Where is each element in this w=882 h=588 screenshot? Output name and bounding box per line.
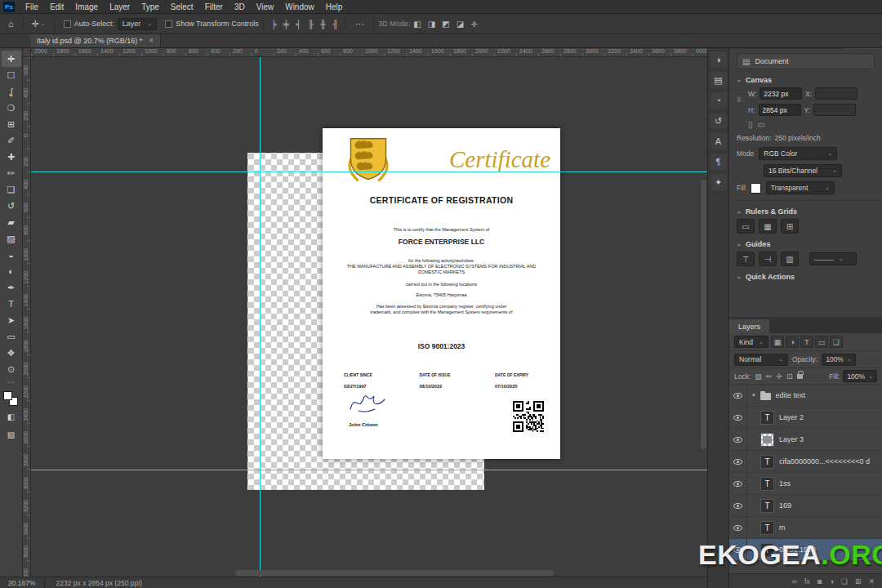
bit-depth-select[interactable]: 16 Bits/Channel ⌄	[764, 164, 842, 177]
delete-layer-icon[interactable]: ✕	[868, 577, 875, 586]
lock-option-icon-0[interactable]: ▨	[754, 372, 763, 381]
document-canvas[interactable]: Certificate CERTIFICATE OF REGISTRATION …	[31, 57, 707, 577]
align-distribute-icon-5[interactable]: ╢	[329, 20, 341, 29]
lock-icon[interactable]	[797, 374, 803, 379]
certificate-document[interactable]: Certificate CERTIFICATE OF REGISTRATION …	[323, 128, 560, 459]
dodge-tool[interactable]: ◐	[2, 263, 21, 279]
document-tab[interactable]: Italy id.psd @ 20.7% (RGB/16) * ×	[30, 33, 161, 47]
layer-mask-icon[interactable]: ◙	[817, 577, 822, 586]
horizontal-scrollbar[interactable]	[235, 570, 554, 576]
eraser-tool[interactable]: ▰	[2, 214, 21, 230]
align-distribute-icon-0[interactable]: ╞	[268, 20, 280, 29]
zoom-tool[interactable]: ⊙	[2, 361, 21, 377]
layer-fill-select[interactable]: 100% ⌄	[843, 370, 877, 382]
zoom-level-field[interactable]: 20.167%	[0, 577, 45, 588]
ruler-origin-corner[interactable]	[23, 48, 31, 57]
menu-item-help[interactable]: Help	[320, 0, 349, 14]
rulers-grid-icon-1[interactable]: ▦	[759, 219, 777, 234]
menu-item-edit[interactable]: Edit	[44, 0, 69, 14]
layer-filter-icon-3[interactable]: ▭	[815, 336, 828, 348]
menu-item-window[interactable]: Window	[279, 0, 320, 14]
visibility-toggle[interactable]	[729, 473, 747, 494]
layer-row-4[interactable]: T1ss	[729, 473, 882, 495]
guides-section-header[interactable]: ⌄ Guides	[737, 240, 875, 248]
rulers-grid-icon-0[interactable]: ▭	[737, 219, 755, 234]
tab-layers[interactable]: Layers	[729, 319, 769, 333]
layer-row-5[interactable]: T169	[729, 495, 882, 517]
vertical-ruler[interactable]: 6004002000200400600800100012001400160018…	[23, 57, 31, 577]
rectangular-marquee-tool[interactable]: ☐	[2, 67, 21, 83]
move-tool[interactable]: ✛	[2, 51, 21, 67]
horizontal-ruler[interactable]: 2000180016001400120010008006004002000200…	[31, 48, 707, 57]
home-icon[interactable]: ⌂	[3, 19, 19, 29]
layer-row-3[interactable]: Tcifa0000000...<<<<<<<<0 d	[729, 451, 882, 473]
threed-mode-icon-1[interactable]: ◨	[425, 20, 439, 29]
height-field[interactable]: 2854 px	[759, 104, 801, 116]
crop-tool[interactable]: ⊞	[2, 116, 21, 132]
lock-option-icon-1[interactable]: ✏	[765, 372, 773, 381]
layer-filter-icon-1[interactable]: ◑	[786, 336, 799, 348]
threed-mode-icon-4[interactable]: ✛	[467, 20, 480, 29]
threed-mode-icon-0[interactable]: ◧	[410, 20, 424, 29]
gradient-tool[interactable]: ▨	[2, 230, 21, 247]
blur-tool[interactable]: ◒	[2, 247, 21, 263]
current-tool-icon[interactable]: ✛ ⌄	[28, 19, 50, 29]
close-icon[interactable]: ×	[149, 36, 154, 45]
guides-icon-1[interactable]: ⊣	[759, 252, 777, 266]
visibility-toggle[interactable]	[729, 495, 747, 516]
fill-select[interactable]: Transparent ⌄	[766, 181, 835, 194]
more-tools-icon[interactable]: ⋯	[2, 377, 21, 389]
color-swatches[interactable]	[3, 391, 20, 408]
layer-filter-icon-2[interactable]: T	[800, 336, 813, 348]
brush-tool[interactable]: ✏	[2, 165, 21, 181]
visibility-toggle[interactable]	[729, 407, 747, 428]
menu-item-3d[interactable]: 3D	[229, 0, 251, 14]
layer-effects-icon[interactable]: fx	[804, 577, 810, 586]
align-distribute-icon-3[interactable]: ╟	[305, 20, 317, 29]
clone-stamp-tool[interactable]: ❏	[2, 181, 21, 198]
menu-item-select[interactable]: Select	[165, 0, 199, 14]
landscape-orientation-icon[interactable]: ▭	[758, 120, 765, 129]
adjustment-layer-icon[interactable]: ◑	[829, 577, 833, 586]
fill-swatch[interactable]	[751, 183, 761, 194]
new-group-icon[interactable]: ❏	[841, 577, 848, 586]
menu-item-file[interactable]: File	[20, 0, 44, 14]
show-transform-checkbox[interactable]	[165, 20, 172, 28]
type-tool[interactable]: T	[2, 296, 21, 312]
rulers-grids-section-header[interactable]: ⌄ Rulers & Grids	[737, 207, 875, 216]
visibility-toggle[interactable]	[729, 385, 747, 406]
glyphs-panel-icon[interactable]: ✦	[710, 174, 727, 190]
guides-icon-2[interactable]: ▥	[781, 252, 799, 266]
foreground-color[interactable]	[3, 391, 12, 400]
paragraph-panel-icon[interactable]: ¶	[710, 154, 727, 170]
align-distribute-icon-2[interactable]: ╡	[292, 20, 305, 29]
pen-tool[interactable]: ✒	[2, 279, 21, 296]
guides-icon-0[interactable]: ⊤	[737, 252, 755, 266]
quick-selection-tool[interactable]: ❍	[2, 100, 21, 116]
photoshop-logo-icon[interactable]: Ps	[3, 2, 15, 12]
align-distribute-icon-4[interactable]: ╫	[317, 20, 329, 29]
threed-mode-icon-2[interactable]: ◩	[439, 20, 452, 29]
link-layers-icon[interactable]: ∞	[792, 577, 797, 586]
visibility-toggle[interactable]	[729, 517, 747, 538]
more-options-icon[interactable]: ⋯	[350, 19, 369, 29]
portrait-orientation-icon[interactable]: ▯	[748, 120, 753, 129]
character-panel-icon[interactable]: A	[710, 133, 727, 149]
libraries-panel-icon[interactable]: ▤	[710, 72, 727, 88]
menu-item-filter[interactable]: Filter	[199, 0, 229, 14]
rulers-grid-icon-2[interactable]: ⊞	[781, 219, 799, 234]
layer-filter-kind-select[interactable]: Kind ⌄	[734, 336, 768, 348]
guide-horizontal-1[interactable]	[31, 172, 707, 172]
hand-tool[interactable]: ❖	[2, 345, 21, 361]
layer-row-0[interactable]: ▾edite text	[729, 385, 882, 407]
guide-line-style-select[interactable]: ———⌄	[809, 252, 857, 265]
quick-mask-icon[interactable]: ◧	[2, 409, 21, 425]
document-properties-row[interactable]: ▤ Document	[737, 53, 875, 69]
history-panel-icon[interactable]: ↺	[710, 113, 727, 129]
rectangle-tool[interactable]: ▭	[2, 328, 21, 345]
layer-filter-icon-4[interactable]: ❏	[830, 336, 843, 348]
menu-item-layer[interactable]: Layer	[104, 0, 136, 14]
color-mode-select[interactable]: RGB Color ⌄	[759, 147, 837, 160]
guide-vertical-1[interactable]	[260, 57, 261, 577]
screen-mode-icon[interactable]: ▧	[2, 427, 21, 443]
